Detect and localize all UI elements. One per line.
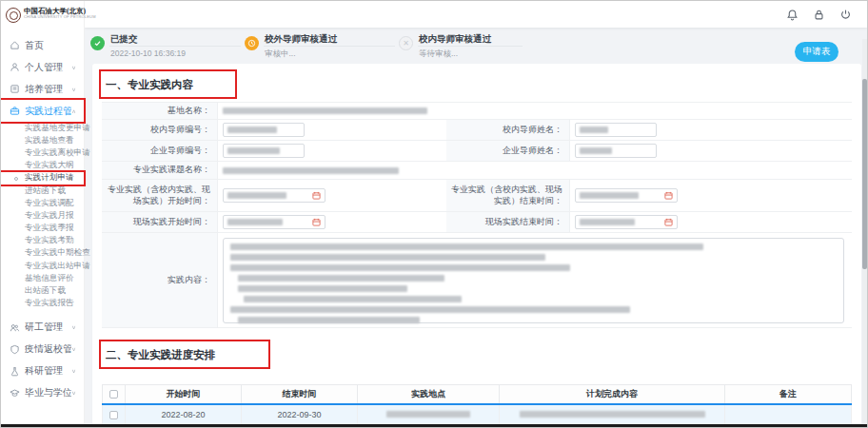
sidebar-item-label: 毕业与学位 [25,386,71,399]
sidebar-item-research-work[interactable]: 研工管理 ∨ [1,317,84,339]
practice-end-label: 专业实践（含校内实践、现场实践）结束时间： [446,180,570,212]
redacted-value [580,126,608,133]
briefcase-icon [10,106,20,116]
cell-location [357,404,500,425]
practice-end-date-input[interactable] [575,188,678,203]
topic-name-label: 专业实践课题名称： [102,162,218,180]
sidebar-item-home[interactable]: 首页 [1,34,84,56]
graduation-icon [10,388,20,399]
internal-tutor-no-input[interactable] [223,123,305,137]
power-icon[interactable] [839,9,852,21]
submenu-item[interactable]: 进站函下载 [1,185,84,197]
submenu-item[interactable]: 专业实践离校申请 [1,146,84,159]
shield-icon [10,344,20,355]
submenu-item[interactable]: 专业实践出站申请 [1,260,84,272]
col-header-remark: 备注 [724,385,851,404]
section2-title: 二、专业实践进度安排 [106,349,215,360]
redacted-value [580,219,635,225]
section2-annotation-box: 二、专业实践进度安排 [99,340,270,369]
topic-name-value[interactable] [218,162,852,180]
practice-content-label: 实践内容： [102,233,218,328]
internal-tutor-name-input[interactable] [575,123,657,137]
internal-tutor-no-label: 校内导师编号： [102,120,218,141]
sidebar-item-practice-management[interactable]: 实践过程管理 ∧ [1,100,84,122]
practice-content-textarea[interactable] [223,238,844,323]
university-logo: 中国石油大学(北京) CHINA UNIVERSITY OF PETROLEUM [1,1,84,27]
col-header-start: 开始时间 [126,385,242,404]
cell-remark [724,404,851,425]
bell-icon[interactable] [786,9,799,21]
chevron-down-icon: ∨ [71,346,76,352]
step-connector [418,46,523,47]
internal-tutor-name-label: 校内导师姓名： [446,120,570,141]
lock-icon[interactable] [813,9,825,21]
submenu-item-label: 专业实践报告 [25,298,74,309]
enterprise-tutor-name-input[interactable] [575,144,657,158]
submenu-item[interactable]: 出站函下载 [1,284,84,297]
redacted-value [230,243,703,250]
redacted-value [230,306,630,313]
sidebar-item-label: 研工管理 [25,321,71,334]
user-icon [10,62,20,72]
onsite-end-date-input[interactable] [575,215,678,229]
step-external-tutor-review: 校外导师审核通过 审核中... [245,33,337,60]
university-emblem-icon [6,8,21,23]
sidebar-bottom-group: 研工管理 ∨ 疫情返校管理 ∨ 科研管理 ∨ [1,317,84,404]
flask-icon [10,366,20,377]
submenu-item-label: 专业实践月报 [25,210,74,222]
section1-title: 一、专业实践内容 [106,79,193,90]
submenu-item[interactable]: 专业实践大纲 [1,160,84,172]
submenu-item[interactable]: 实践基地变更申请 [1,122,84,134]
submenu-item[interactable]: 实践基地查看 [1,134,84,146]
submenu-item[interactable]: 基地信息评价 [1,272,84,284]
redacted-value [238,285,407,292]
chevron-down-icon: ∨ [71,324,76,330]
onsite-start-label: 现场实践开始时间： [102,212,218,233]
clock-icon [245,36,259,50]
enterprise-tutor-no-label: 企业导师编号： [102,141,218,162]
sidebar-item-personal[interactable]: 个人管理 ∨ [1,56,84,78]
scrollbar-thumb[interactable] [862,79,867,269]
select-all-checkbox[interactable] [109,390,118,399]
practice-start-date-input[interactable] [223,188,326,203]
sidebar-item-label: 培养管理 [25,83,71,96]
main-content: 已提交 2022-10-10 16:36:19 校外导师审核通过 审核中... … [85,28,867,427]
submenu-item[interactable]: 专业实践季报 [1,223,84,235]
redacted-value [520,411,705,418]
sidebar-item-graduation-degree[interactable]: 毕业与学位 ∨ [1,382,84,404]
vertical-scrollbar[interactable] [862,39,867,427]
home-icon [10,40,20,50]
calendar-icon [312,218,321,226]
chevron-up-icon: ∧ [71,107,76,113]
calendar-icon [664,191,673,200]
submenu-item-label: 实践基地查看 [25,135,74,146]
base-name-label: 基地名称： [102,103,218,120]
submenu-item-label: 专业实践出站申请 [25,261,90,272]
submenu-item-label: 基地信息评价 [25,273,74,284]
sidebar-item-label: 疫情返校管理 [25,342,71,356]
step-internal-tutor-review: ✕ 校内导师审核通过 等待审核... [399,33,491,60]
application-form-button[interactable]: 申请表 [795,42,838,62]
submenu-item[interactable]: 专业实践调配 [1,197,84,209]
submenu-item[interactable]: 专业实践报告 [1,298,84,310]
onsite-start-date-input[interactable] [223,215,326,229]
submenu-item-label: 专业实践考勤 [25,235,74,246]
sidebar-item-epidemic-return[interactable]: 疫情返校管理 ∨ [1,339,84,360]
table-row: 2022-08-20 2022-09-30 [103,404,852,425]
sidebar-item-training[interactable]: 培养管理 ∨ [1,78,84,100]
enterprise-tutor-no-input[interactable] [223,144,305,158]
sidebar-item-label: 首页 [25,39,76,52]
submenu-item[interactable]: 专业实践中期检查 [1,247,84,260]
row-checkbox[interactable] [109,411,118,419]
redacted-value [223,167,399,174]
submenu-item-label: 专业实践调配 [25,198,74,209]
submenu-item[interactable]: 专业实践考勤 [1,235,84,247]
redacted-value [227,219,283,225]
base-name-value[interactable] [218,103,852,120]
submenu-item-label: 实践计划申请 [25,172,74,184]
submenu-item[interactable]: 专业实践月报 [1,209,84,222]
submenu-item-practice-plan-application[interactable]: 实践计划申请 [1,172,84,185]
cell-start: 2022-08-20 [126,404,242,425]
step-subtitle: 等待审核... [419,49,491,60]
sidebar-item-scientific-research[interactable]: 科研管理 ∨ [1,360,84,382]
